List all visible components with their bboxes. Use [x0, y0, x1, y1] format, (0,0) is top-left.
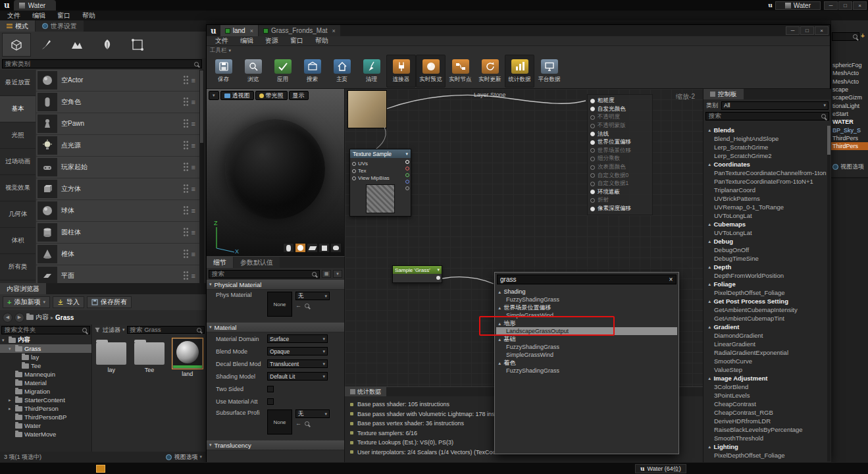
- taskbar-app-button[interactable]: u Water (64位): [635, 464, 686, 473]
- node-input-pin[interactable]: View MipBias: [350, 174, 411, 182]
- toolbar-stats-button[interactable]: 统计数据: [505, 55, 534, 88]
- outliner-row[interactable]: WATER: [831, 118, 868, 126]
- palette-item[interactable]: RaiseBlackLevelsByPercentage: [703, 425, 827, 434]
- cylinder-shape-button[interactable]: [283, 243, 294, 253]
- palette-item[interactable]: PixelDepthOffset_Foliage: [703, 288, 827, 297]
- texture-sample-node[interactable]: Texture Sample ▾ UVsTexView MipBias: [349, 149, 411, 217]
- section-header[interactable]: ▾Material: [207, 323, 344, 332]
- asset-thumbnail[interactable]: None: [267, 292, 292, 317]
- mode-category[interactable]: 光照: [0, 122, 36, 149]
- close-button[interactable]: ×: [853, 1, 867, 10]
- drag-handle-icon[interactable]: [183, 249, 189, 259]
- node-input-pin[interactable]: Tex: [350, 167, 411, 174]
- menu-item[interactable]: 窗口: [284, 36, 309, 45]
- outliner-row[interactable]: BP_Sky_S: [831, 126, 868, 134]
- palette-category[interactable]: ▲Lighting: [703, 442, 827, 451]
- category-select[interactable]: All ▾: [721, 101, 829, 110]
- palette-item[interactable]: CheapContrast_RGB: [703, 408, 827, 417]
- folder-tree-item[interactable]: WaterMove: [0, 430, 91, 438]
- minimize-button[interactable]: ─: [786, 26, 800, 35]
- viewport-options-dropdown[interactable]: ▾: [209, 91, 219, 100]
- section-header[interactable]: ▾Physical Material: [207, 280, 344, 290]
- palette-search-input[interactable]: 搜索: [705, 112, 829, 120]
- property-select[interactable]: Default Lit▾: [267, 372, 328, 381]
- back-button[interactable]: ◀: [3, 313, 13, 323]
- palette-category[interactable]: ▲Get Post Process Setting: [703, 297, 827, 305]
- result-item[interactable]: FuzzyShadingGrass: [496, 367, 677, 375]
- scrollbar[interactable]: [827, 126, 830, 461]
- outliner-view-options-button[interactable]: 视图选项: [832, 163, 864, 171]
- maximize-button[interactable]: □: [838, 1, 852, 10]
- maximize-button[interactable]: □: [800, 26, 814, 35]
- folder-tree-item[interactable]: ▾Grass: [0, 344, 91, 353]
- toolbar-search-button[interactable]: 搜索: [297, 55, 327, 88]
- folder-tree-item[interactable]: ThirdPersonBP: [0, 413, 91, 421]
- placeable-actor-item[interactable]: 空Pawn≡: [36, 113, 199, 134]
- palette-item[interactable]: DeriveHDRfromLDR: [703, 417, 827, 425]
- close-button[interactable]: ×: [815, 26, 829, 35]
- asset-search-input[interactable]: 搜索 Grass: [127, 326, 205, 334]
- asset-thumbnail[interactable]: None: [267, 409, 292, 434]
- palette-item[interactable]: SmoothThreshold: [703, 434, 827, 442]
- palette-item[interactable]: Lerp_ScratchGrime2: [703, 151, 827, 160]
- teapot-shape-button[interactable]: [330, 243, 342, 253]
- sample-grass-node[interactable]: Sample 'Grass' ▾: [392, 265, 442, 283]
- preview-viewport[interactable]: ▾ 透视图 带光照 显示 Z X: [207, 89, 345, 256]
- add-new-button[interactable]: + 添加新项 ▾: [3, 296, 50, 308]
- expand-arrow-icon[interactable]: ▾: [2, 338, 7, 343]
- material-input-pin[interactable]: 世界场景位移: [588, 147, 652, 155]
- mode-category[interactable]: 几何体: [0, 201, 36, 228]
- tab-modes[interactable]: 模式: [0, 20, 35, 32]
- lit-mode-button[interactable]: 带光照: [255, 91, 288, 100]
- palette-item[interactable]: TriplanarCoord: [703, 186, 827, 194]
- foliage-tool-button[interactable]: [93, 33, 122, 57]
- toolbar-refresh-button[interactable]: 实时更新: [475, 55, 505, 88]
- b-pin[interactable]: [405, 180, 409, 184]
- property-select[interactable]: Translucent▾: [267, 359, 328, 368]
- outliner-row[interactable]: scapeGizm: [831, 93, 868, 101]
- toolbar-preview-button[interactable]: 实时预览: [416, 55, 446, 88]
- drag-handle-icon[interactable]: [183, 227, 189, 238]
- sphere-shape-button[interactable]: [295, 243, 306, 253]
- palette-item[interactable]: 3ColorBlend: [703, 382, 827, 391]
- checkbox[interactable]: [267, 398, 274, 405]
- palette-item[interactable]: ValueStep: [703, 365, 827, 374]
- result-category[interactable]: ▲基础: [496, 335, 677, 343]
- folder-tree-item[interactable]: ▸StarterContent: [0, 396, 91, 404]
- filters-label[interactable]: 过滤器: [103, 326, 120, 334]
- material-input-pin[interactable]: 世界位置偏移: [588, 138, 652, 147]
- browse-icon[interactable]: [305, 421, 309, 426]
- folder-tree-item[interactable]: Water: [0, 421, 91, 430]
- plane-shape-button[interactable]: [307, 243, 318, 253]
- material-graph[interactable]: 缩放-2 Layer Stone Texture Sample ▾ UVsTex…: [345, 89, 703, 463]
- palette-item[interactable]: SmoothCurve: [703, 357, 827, 365]
- outliner-search-input[interactable]: [832, 32, 859, 41]
- use-selected-icon[interactable]: ←: [295, 302, 301, 309]
- modes-search-input[interactable]: 搜索类别: [2, 59, 202, 68]
- show-menu-button[interactable]: 显示: [289, 91, 309, 100]
- expand-arrow-icon[interactable]: ▸: [9, 398, 13, 403]
- r-pin[interactable]: [405, 167, 409, 171]
- folder-tree-item[interactable]: Material: [0, 379, 91, 387]
- tab-stats[interactable]: 统计数据: [345, 387, 386, 396]
- paint-tool-button[interactable]: [32, 33, 61, 57]
- drag-handle-icon[interactable]: [183, 97, 189, 107]
- drag-handle-icon[interactable]: [183, 162, 189, 172]
- tab-world-settings[interactable]: 世界设置: [36, 20, 84, 32]
- menu-item[interactable]: 窗口: [51, 11, 76, 20]
- material-input-pin[interactable]: 法线: [588, 130, 652, 138]
- material-input-pin[interactable]: 粗糙度: [588, 97, 652, 105]
- folder-tree-item[interactable]: lay: [0, 353, 91, 361]
- palette-item[interactable]: PixelDepthOffset_Foliage: [703, 451, 827, 460]
- placeable-actor-item[interactable]: 椎体≡: [36, 244, 199, 265]
- palette-item[interactable]: Blend_HeightAndSlope: [703, 134, 827, 143]
- output-pin[interactable]: [436, 276, 440, 280]
- material-input-pin[interactable]: 自定义数据0: [588, 171, 652, 180]
- palette-category[interactable]: ▲Foliage: [703, 280, 827, 288]
- outliner-row[interactable]: eStart: [831, 110, 868, 118]
- taskbar-app-icon[interactable]: [96, 465, 105, 473]
- close-tab-icon[interactable]: ×: [250, 28, 253, 34]
- outliner-row[interactable]: tionalLight: [831, 101, 868, 109]
- material-input-pin[interactable]: 不透明度: [588, 113, 652, 122]
- grid-view-icon[interactable]: ▦: [322, 270, 331, 278]
